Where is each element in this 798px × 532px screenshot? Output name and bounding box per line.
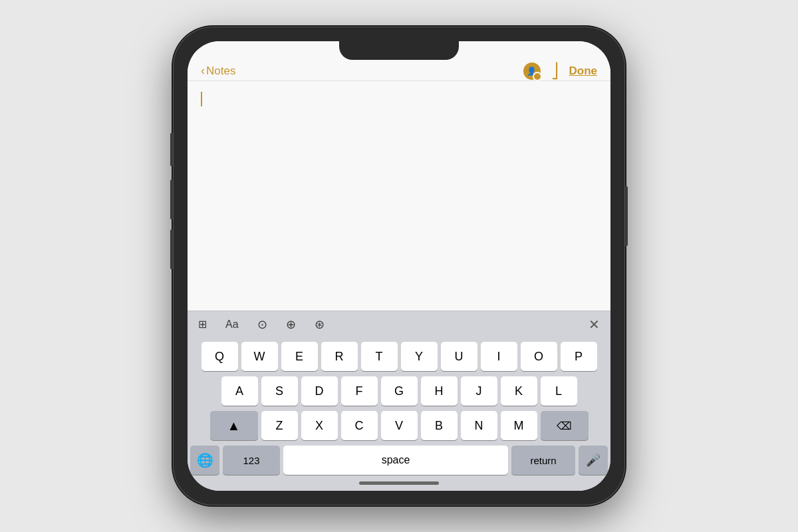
key-t[interactable]: T [361, 342, 398, 371]
home-indicator [188, 477, 610, 491]
key-u[interactable]: U [441, 342, 477, 371]
phone-frame: ‹ Notes 👤 ⎦ Done ⊞ [173, 27, 625, 505]
key-s[interactable]: S [261, 376, 298, 406]
key-y[interactable]: Y [401, 342, 438, 371]
key-j[interactable]: J [461, 376, 497, 406]
key-f[interactable]: F [341, 376, 378, 406]
key-p[interactable]: P [561, 342, 597, 371]
power-button[interactable] [625, 186, 628, 246]
share-icon[interactable]: ⎦ [551, 63, 559, 80]
return-key[interactable]: return [511, 446, 575, 475]
toolbar-actions: ⊞ Aa ⊙ ⊕ ⊛ [198, 319, 325, 331]
key-q[interactable]: Q [201, 342, 238, 371]
profile-person-icon: 👤 [527, 66, 537, 76]
volume-down-button[interactable] [170, 229, 173, 269]
key-z[interactable]: Z [261, 411, 298, 440]
key-r[interactable]: R [321, 342, 358, 371]
key-v[interactable]: V [381, 411, 418, 440]
key-m[interactable]: M [501, 411, 537, 440]
phone-screen: ‹ Notes 👤 ⎦ Done ⊞ [188, 41, 610, 491]
nav-right-actions: 👤 ⎦ Done [523, 63, 598, 80]
numbers-key[interactable]: 123 [223, 446, 280, 475]
text-cursor [201, 92, 202, 106]
delete-key[interactable]: ⌫ [541, 411, 589, 440]
key-l[interactable]: L [541, 376, 577, 406]
key-w[interactable]: W [241, 342, 278, 371]
key-d[interactable]: D [301, 376, 338, 406]
space-key[interactable]: space [283, 446, 508, 475]
add-circle-icon[interactable]: ⊕ [286, 319, 296, 331]
volume-up-button[interactable] [170, 180, 173, 219]
checklist-icon[interactable]: ⊙ [257, 319, 267, 331]
note-editor[interactable] [188, 81, 610, 311]
keyboard-bottom-row: 🌐 123 space return 🎤 [190, 446, 608, 475]
home-bar [359, 481, 439, 485]
shift-key[interactable]: ▲ [210, 411, 258, 440]
key-n[interactable]: N [461, 411, 497, 440]
profile-icon[interactable]: 👤 [523, 63, 541, 80]
keyboard-row-1: Q W E R T Y U I O P [190, 342, 608, 371]
key-o[interactable]: O [521, 342, 557, 371]
key-b[interactable]: B [421, 411, 458, 440]
keyboard: Q W E R T Y U I O P A S D F G [188, 338, 610, 477]
key-k[interactable]: K [501, 376, 537, 406]
keyboard-row-2: A S D F G H J K L [190, 376, 608, 406]
keyboard-row-3: ▲ Z X C V B N M ⌫ [190, 411, 608, 440]
microphone-key[interactable]: 🎤 [579, 446, 608, 475]
key-h[interactable]: H [421, 376, 458, 406]
back-chevron-icon: ‹ [201, 64, 205, 78]
close-keyboard-icon[interactable]: ✕ [589, 317, 600, 332]
back-button[interactable]: ‹ Notes [201, 64, 235, 78]
notes-app: ‹ Notes 👤 ⎦ Done ⊞ [188, 41, 610, 491]
globe-key[interactable]: 🌐 [190, 446, 219, 475]
keyboard-toolbar: ⊞ Aa ⊙ ⊕ ⊛ ✕ [188, 311, 610, 338]
format-text-icon[interactable]: Aa [225, 319, 239, 330]
notch [339, 41, 459, 60]
key-i[interactable]: I [481, 342, 517, 371]
key-e[interactable]: E [281, 342, 318, 371]
back-label: Notes [206, 65, 235, 78]
key-c[interactable]: C [341, 411, 378, 440]
key-x[interactable]: X [301, 411, 338, 440]
key-g[interactable]: G [381, 376, 418, 406]
key-a[interactable]: A [221, 376, 258, 406]
markup-icon[interactable]: ⊛ [315, 319, 325, 331]
done-button[interactable]: Done [569, 65, 598, 78]
table-icon[interactable]: ⊞ [198, 319, 207, 330]
